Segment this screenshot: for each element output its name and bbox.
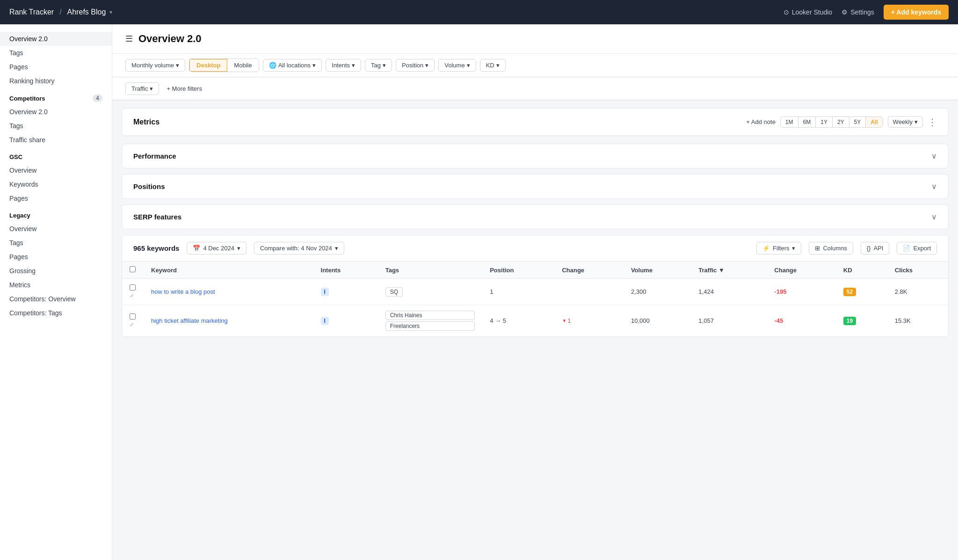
tag-badge-chris[interactable]: Chris Haines [385, 311, 475, 320]
weekly-button[interactable]: Weekly ▾ [888, 116, 923, 128]
change-header[interactable]: Change [554, 262, 624, 279]
export-button[interactable]: 📄 Export [897, 242, 937, 255]
nav-right-actions: ⊙ Looker Studio ⚙ Settings + Add keyword… [784, 5, 949, 20]
dropdown-arrow-icon: ▾ [312, 62, 316, 69]
sidebar-item-legacy-metrics[interactable]: Metrics [0, 278, 112, 292]
traffic-header[interactable]: Traffic ▼ [691, 262, 767, 279]
metrics-more-button[interactable]: ⋮ [928, 117, 937, 127]
sidebar-item-comp-traffic-share[interactable]: Traffic share [0, 133, 112, 147]
sidebar-section-gsc: GSC [0, 147, 112, 163]
app-name: Rank Tracker [9, 8, 54, 16]
performance-section: Performance ∨ [122, 144, 949, 168]
row1-traffic: 1,424 [691, 279, 767, 305]
more-filters-button[interactable]: + More filters [163, 83, 206, 95]
volume-filter[interactable]: Volume ▾ [438, 59, 476, 72]
date-selector-button[interactable]: 📅 4 Dec 2024 ▾ [187, 242, 247, 255]
kd-chevron-icon: ▾ [496, 62, 500, 69]
api-button[interactable]: {} API [861, 242, 890, 255]
select-all-checkbox-header[interactable] [122, 262, 144, 279]
keyword-link[interactable]: how to write a blog post [151, 288, 215, 295]
menu-icon[interactable]: ☰ [125, 34, 133, 44]
position-header[interactable]: Position [482, 262, 554, 279]
keywords-count: 965 keywords [133, 244, 179, 252]
settings-button[interactable]: ⚙ Settings [842, 8, 874, 16]
serp-features-header[interactable]: SERP features ∨ [122, 205, 948, 229]
sidebar-item-legacy-comp-overview[interactable]: Competitors: Overview [0, 292, 112, 306]
row2-clicks: 15.3K [887, 305, 948, 337]
filters-bar: Monthly volume ▾ Desktop Mobile 🌐 All lo… [112, 54, 958, 77]
time-5y-button[interactable]: 5Y [849, 117, 866, 127]
change-value: 1 [567, 317, 571, 324]
sidebar-item-pages[interactable]: Pages [0, 60, 112, 74]
tag-badge-freelancers[interactable]: Freelancers [385, 321, 475, 331]
traffic-change-header[interactable]: Change [767, 262, 836, 279]
row2-traffic: 1,057 [691, 305, 767, 337]
positions-title: Positions [133, 182, 165, 190]
keyword-header[interactable]: Keyword [144, 262, 313, 279]
keyword-link[interactable]: high ticket affiliate marketing [151, 317, 228, 324]
position-chevron-icon: ▾ [425, 62, 428, 69]
sidebar-item-legacy-pages[interactable]: Pages [0, 250, 112, 264]
sidebar-item-legacy-tags[interactable]: Tags [0, 236, 112, 250]
sidebar-item-gsc-pages[interactable]: Pages [0, 191, 112, 205]
keywords-section: 965 keywords 📅 4 Dec 2024 ▾ Compare with… [122, 235, 949, 337]
columns-button[interactable]: ⊞ Columns [809, 242, 853, 255]
filters-button[interactable]: ⚡ Filters ▾ [756, 242, 801, 255]
sidebar-item-legacy-comp-tags[interactable]: Competitors: Tags [0, 306, 112, 320]
kd-filter[interactable]: KD ▾ [480, 59, 506, 72]
table-row: ✓ high ticket affiliate marketing I Chri… [122, 305, 948, 337]
row1-position: 1 [482, 279, 554, 305]
sidebar-item-comp-tags[interactable]: Tags [0, 119, 112, 133]
export-icon: 📄 [903, 245, 910, 252]
row1-checkbox[interactable]: ✓ [122, 279, 144, 305]
compare-with-button[interactable]: Compare with: 4 Nov 2024 ▾ [254, 242, 344, 255]
dropdown-icon: ▾ [176, 62, 179, 69]
sidebar-section-competitors: Competitors 4 [0, 88, 112, 105]
position-filter[interactable]: Position ▾ [396, 59, 435, 72]
tag-filter[interactable]: Tag ▾ [365, 59, 392, 72]
intents-filter[interactable]: Intents ▾ [326, 59, 361, 72]
traffic-change-value: -45 [774, 317, 783, 324]
traffic-chevron-icon: ▾ [150, 85, 153, 92]
clicks-header[interactable]: Clicks [887, 262, 948, 279]
add-keywords-button[interactable]: + Add keywords [884, 5, 949, 20]
blog-dropdown-arrow[interactable]: ▾ [109, 9, 112, 15]
sidebar-item-ranking-history[interactable]: Ranking history [0, 74, 112, 88]
row1-kd: 52 [836, 279, 887, 305]
volume-header[interactable]: Volume [624, 262, 691, 279]
sidebar-item-gsc-overview[interactable]: Overview [0, 163, 112, 177]
time-all-button[interactable]: All [866, 117, 882, 127]
time-1m-button[interactable]: 1M [781, 117, 798, 127]
sidebar-item-comp-overview[interactable]: Overview 2.0 [0, 105, 112, 119]
sidebar-item-gsc-keywords[interactable]: Keywords [0, 177, 112, 191]
row2-intent: I [313, 305, 378, 337]
time-2y-button[interactable]: 2Y [833, 117, 849, 127]
tag-badge[interactable]: SQ [385, 287, 403, 297]
row1-intent: I [313, 279, 378, 305]
positions-section: Positions ∨ [122, 174, 949, 199]
sidebar-item-legacy-overview[interactable]: Overview [0, 222, 112, 236]
sidebar-item-legacy-grossing[interactable]: Grossing [0, 264, 112, 278]
desktop-button[interactable]: Desktop [189, 59, 227, 72]
main-content: ☰ Overview 2.0 Monthly volume ▾ Desktop … [112, 24, 958, 560]
performance-header[interactable]: Performance ∨ [122, 144, 948, 168]
looker-studio-button[interactable]: ⊙ Looker Studio [784, 8, 832, 16]
intents-header[interactable]: Intents [313, 262, 378, 279]
monthly-volume-filter[interactable]: Monthly volume ▾ [125, 59, 185, 72]
gear-icon: ⚙ [842, 8, 848, 16]
mobile-button[interactable]: Mobile [227, 59, 258, 72]
positions-header[interactable]: Positions ∨ [122, 175, 948, 198]
sidebar-item-tags[interactable]: Tags [0, 46, 112, 60]
sidebar-item-overview-2[interactable]: Overview 2.0 [0, 32, 112, 46]
time-6m-button[interactable]: 6M [798, 117, 816, 127]
traffic-filter[interactable]: Traffic ▾ [125, 82, 159, 95]
time-1y-button[interactable]: 1Y [816, 117, 833, 127]
all-locations-filter[interactable]: 🌐 All locations ▾ [263, 59, 322, 72]
kd-badge: 52 [843, 288, 856, 296]
kd-header[interactable]: KD [836, 262, 887, 279]
row2-checkbox[interactable]: ✓ [122, 305, 144, 337]
tags-header[interactable]: Tags [378, 262, 482, 279]
row2-volume: 10,000 [624, 305, 691, 337]
positions-chevron-icon: ∨ [931, 182, 937, 191]
add-note-button[interactable]: + Add note [746, 118, 776, 125]
